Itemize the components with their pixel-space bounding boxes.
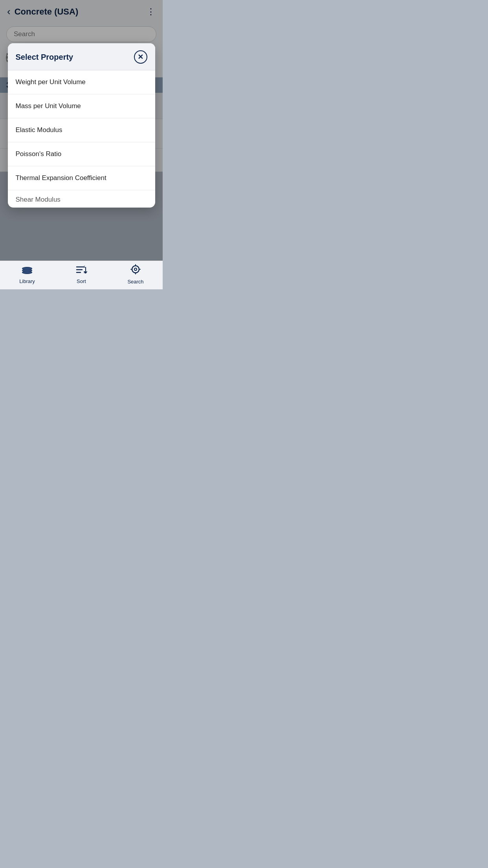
bottom-navigation: Library 1 9 Sort [0,261,163,289]
modal-item-elastic[interactable]: Elastic Modulus [8,118,155,142]
sort-label: Sort [77,278,86,284]
modal-item-thermal[interactable]: Thermal Expansion Coefficient [8,166,155,190]
svg-text:1: 1 [84,265,85,268]
library-icon [21,265,33,278]
modal-item-weight[interactable]: Weight per Unit Volume [8,70,155,94]
nav-sort[interactable]: 1 9 Sort [68,265,95,284]
library-label: Library [19,278,35,284]
modal-item-mass[interactable]: Mass per Unit Volume [8,94,155,118]
modal-overlay: Select Property ✕ Weight per Unit Volume… [0,0,163,289]
search-icon [130,264,141,278]
svg-point-42 [132,266,139,273]
select-property-modal: Select Property ✕ Weight per Unit Volume… [8,43,155,208]
nav-library[interactable]: Library [13,265,41,284]
svg-point-35 [22,271,32,274]
modal-header: Select Property ✕ [8,43,155,70]
modal-item-shear[interactable]: Shear Modulus [8,190,155,208]
search-label: Search [127,279,143,285]
nav-search[interactable]: Search [122,264,149,285]
svg-point-43 [134,268,137,270]
sort-icon: 1 9 [75,265,88,278]
modal-title: Select Property [16,53,73,62]
modal-close-button[interactable]: ✕ [134,50,147,64]
modal-item-poisson[interactable]: Poisson's Ratio [8,142,155,166]
